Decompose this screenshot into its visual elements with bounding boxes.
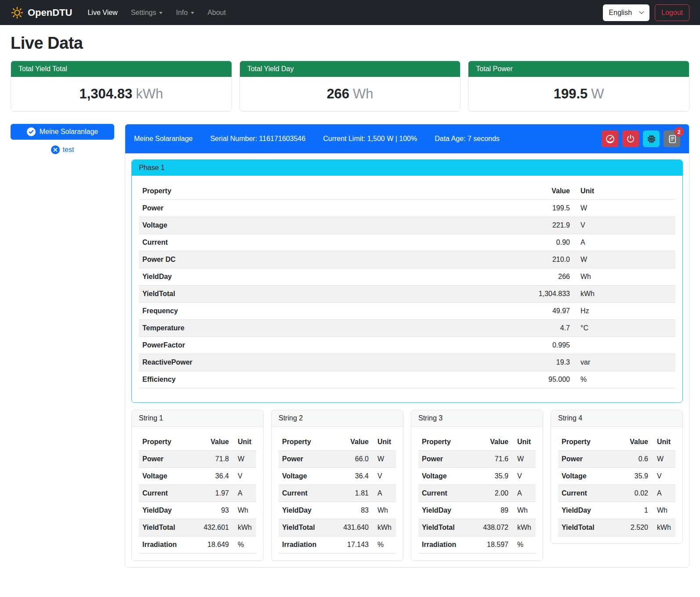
nav-item-about[interactable]: About — [201, 5, 232, 20]
table-row: Power 66.0 W — [279, 451, 396, 468]
table-row: ReactivePower 19.3 var — [139, 354, 675, 371]
inverter-button-label: Meine Solaranlage — [40, 128, 98, 136]
event-log-button[interactable]: 2 — [664, 130, 680, 147]
inverter-data-age: Data Age: 7 seconds — [435, 135, 500, 143]
row-property: Current — [139, 485, 195, 502]
row-value: 4.7 — [521, 320, 573, 337]
table-row: YieldDay 93 Wh — [139, 502, 256, 519]
row-property: YieldDay — [279, 502, 334, 519]
table-row: Current 2.00 A — [418, 485, 536, 502]
page-title: Live Data — [11, 34, 689, 53]
language-select[interactable]: English — [603, 4, 649, 21]
column-header-property: Property — [139, 183, 521, 200]
row-property: PowerFactor — [139, 337, 521, 354]
row-value: 35.9 — [614, 468, 652, 485]
row-value: 266 — [521, 268, 573, 286]
row-unit: V — [573, 217, 675, 234]
row-unit: V — [232, 468, 256, 485]
table-row: Irradiation 18.597 % — [418, 536, 536, 554]
row-value: 71.8 — [195, 451, 232, 468]
row-property: Current — [139, 234, 521, 251]
row-value: 0.02 — [614, 485, 652, 502]
row-property: Power — [139, 451, 195, 468]
row-value: 438.072 — [474, 519, 512, 536]
row-property: Current — [418, 485, 474, 502]
summary-unit: W — [591, 86, 604, 101]
string-card-body: Property Value Unit Power — [272, 427, 403, 554]
row-unit: % — [573, 371, 675, 388]
language-value: English — [609, 9, 632, 17]
column-header-value: Value — [334, 434, 372, 451]
table-row: Irradiation 17.143 % — [279, 536, 396, 554]
row-property: Power — [558, 451, 614, 468]
nav-item-info[interactable]: Info — [169, 5, 201, 20]
string-table-body: Power 71.6 W Voltage 35.9 V — [418, 451, 536, 554]
summary-value: 1,304.83 — [79, 86, 132, 101]
row-value: 49.97 — [521, 303, 573, 320]
row-property: Power — [139, 200, 521, 217]
nav-links: Live View Settings Info About — [81, 5, 232, 20]
row-property: Voltage — [139, 468, 195, 485]
nav-item-live-view[interactable]: Live View — [81, 5, 124, 20]
row-unit: °C — [573, 320, 675, 337]
inverter-link-test[interactable]: test — [11, 145, 114, 154]
row-value: 66.0 — [334, 451, 372, 468]
row-value: 0.995 — [521, 337, 573, 354]
cpu-icon — [647, 134, 656, 144]
string-card-title: String 3 — [411, 410, 543, 427]
row-property: YieldDay — [139, 502, 195, 519]
row-unit: A — [232, 485, 256, 502]
table-row: YieldTotal 432.601 kWh — [139, 519, 256, 536]
row-value: 221.9 — [521, 217, 573, 234]
limit-settings-button[interactable] — [602, 130, 618, 147]
device-info-button[interactable] — [643, 130, 660, 147]
string-card-3: String 3 Property Value Unit — [411, 410, 543, 561]
power-button[interactable] — [622, 130, 639, 147]
column-header-value: Value — [474, 434, 512, 451]
phase-panel-body: Property Value Unit Power — [132, 176, 682, 402]
row-value: 2.520 — [614, 519, 652, 536]
nav-item-settings[interactable]: Settings — [124, 5, 170, 20]
row-value: 199.5 — [521, 200, 573, 217]
column-header-unit: Unit — [512, 434, 536, 451]
string-table-head: Property Value Unit — [418, 434, 536, 451]
row-unit: Wh — [372, 502, 396, 519]
inverter-body: Phase 1 Property Value Unit — [125, 153, 689, 567]
journal-text-icon — [667, 134, 677, 144]
string-card-body: Property Value Unit Power — [411, 427, 543, 554]
row-unit: kWh — [652, 519, 675, 536]
speedometer-icon — [606, 134, 615, 144]
string-card-2: String 2 Property Value Unit — [271, 410, 403, 561]
table-row: Current 1.97 A — [139, 485, 256, 502]
table-header-row: Property Value Unit — [139, 183, 675, 200]
row-value: 35.9 — [474, 468, 512, 485]
summary-value: 266 — [326, 86, 349, 101]
row-value: 19.3 — [521, 354, 573, 371]
row-unit: kWh — [232, 519, 256, 536]
table-row: Irradiation 18.649 % — [139, 536, 256, 554]
navbar-right: English Logout — [603, 4, 689, 21]
table-row: Power 199.5 W — [139, 200, 675, 217]
string-table-body: Power 66.0 W Voltage 36.4 V — [279, 451, 396, 554]
row-unit: kWh — [573, 286, 675, 303]
phase-table: Property Value Unit Power — [139, 183, 675, 388]
chevron-down-icon — [159, 12, 163, 14]
summary-card-total-power: Total Power 199.5W — [468, 61, 689, 112]
row-unit: W — [512, 451, 536, 468]
row-unit: % — [372, 536, 396, 554]
brand[interactable]: OpenDTU — [11, 6, 72, 19]
row-property: Irradiation — [418, 536, 474, 554]
brand-label: OpenDTU — [28, 7, 72, 18]
row-property: YieldDay — [558, 502, 614, 519]
inverter-button-selected[interactable]: Meine Solaranlage — [11, 124, 114, 140]
inverter-limit: Current Limit: 1,500 W | 100% — [323, 135, 417, 143]
summary-card-title: Total Yield Day — [240, 61, 461, 77]
row-unit: Hz — [573, 303, 675, 320]
row-unit: kWh — [512, 519, 536, 536]
row-property: YieldDay — [139, 268, 521, 286]
logout-button[interactable]: Logout — [655, 4, 689, 21]
row-property: Frequency — [139, 303, 521, 320]
string-card-title: String 2 — [272, 410, 403, 427]
string-card-title: String 1 — [132, 410, 263, 427]
table-row: YieldDay 83 Wh — [279, 502, 396, 519]
